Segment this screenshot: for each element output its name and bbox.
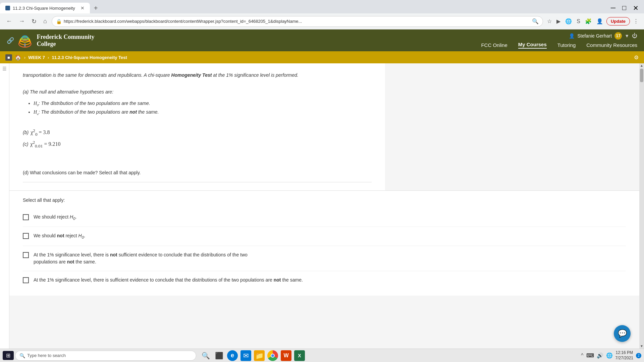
user-name: Stefanie Gerhart [577, 33, 612, 39]
extensions-icon[interactable]: 🧩 [584, 17, 593, 26]
forward-button[interactable]: → [17, 16, 27, 26]
taskbar-icons: 🔍 ⬛ e ✉ 📁 W X [200, 350, 305, 361]
new-tab-button[interactable]: + [90, 4, 102, 12]
checkbox-section: Select all that apply: We should reject … [9, 190, 639, 296]
part-b: (b) χ20 = 3.8 [23, 128, 372, 137]
checkbox-item-3: At the 1% significance level, there is n… [23, 246, 626, 271]
breadcrumb-house-icon[interactable]: 🏠 [15, 54, 21, 61]
nav-fcc-online[interactable]: FCC Online [481, 42, 507, 48]
menu-button[interactable]: ⋮ [632, 17, 640, 26]
taskbar-chevron-icon[interactable]: ^ [581, 353, 584, 359]
taskbar-excel[interactable]: X [294, 350, 305, 361]
hypothesis-list: H0: The distribution of the two populati… [23, 99, 372, 117]
url-text: https://frederick.blackboard.com/webapps… [64, 19, 530, 24]
taskbar-tray: ^ ⌨ 🔊 🌐 12:16 PM 7/27/2021 2 [581, 350, 641, 361]
checkbox-label-2: We should not reject H0. [34, 232, 626, 240]
user-info: 👤 Stefanie Gerhart 17 ▼ ⏻ [569, 32, 637, 40]
back-button[interactable]: ← [4, 16, 14, 26]
nav-my-courses[interactable]: My Courses [518, 42, 547, 49]
taskbar-search-app[interactable]: 🔍 [200, 350, 211, 361]
site-logo: Frederick Community College [17, 31, 102, 50]
scroll-bar[interactable]: ▲ ▼ [639, 63, 644, 349]
checkbox-1[interactable] [23, 214, 29, 220]
link-icon: 🔗 [7, 37, 11, 44]
taskbar: ⊞ 🔍 Type here to search 🔍 ⬛ e ✉ 📁 W X ^ … [0, 349, 644, 362]
sidebar-icon[interactable]: ☰ [2, 66, 7, 71]
fcc-logo-icon [17, 31, 33, 50]
part-c: (c) χ20.01 = 9.210 [23, 140, 372, 149]
profile-icon[interactable]: 👤 [595, 17, 604, 26]
refresh-button[interactable]: ↻ [30, 16, 39, 26]
breadcrumb-week[interactable]: WEEK 7 [28, 55, 45, 60]
scroll-thumb[interactable] [640, 69, 643, 82]
nav-tutoring[interactable]: Tutoring [557, 42, 576, 48]
checkbox-3[interactable] [23, 252, 29, 258]
address-bar[interactable]: 🔒 https://frederick.blackboard.com/webap… [52, 16, 543, 27]
checkbox-label-3: At the 1% significance level, there is n… [34, 251, 626, 265]
close-window-button[interactable]: ✕ [630, 4, 641, 12]
chat-button[interactable]: 💬 [614, 325, 631, 342]
checkbox-2[interactable] [23, 233, 29, 239]
notification-count[interactable]: 2 [636, 353, 641, 358]
taskbar-files[interactable]: 📁 [254, 350, 265, 361]
breadcrumb-sep2: › [48, 55, 49, 60]
breadcrumb-current-page: 11.2.3 Chi-Square Homogeneity Test [52, 55, 127, 60]
breadcrumb-action-icon[interactable]: ⚙ [634, 54, 639, 61]
home-icon[interactable]: ■ [5, 54, 12, 61]
power-icon[interactable]: ⏻ [632, 33, 637, 39]
taskbar-search-icon: 🔍 [19, 353, 25, 358]
part-c-formula: χ20.01 = 9.210 [30, 140, 60, 149]
media-button[interactable]: ▶ [555, 17, 562, 26]
hypothesis-ha: Ha: The distribution of the two populati… [34, 108, 372, 117]
site-nav: FCC Online My Courses Tutoring Community… [481, 42, 637, 49]
checkbox-item-4: At the 1% significance level, there is s… [23, 271, 626, 289]
nav-community-resources[interactable]: Community Resources [586, 42, 637, 48]
scroll-up-arrow[interactable]: ▲ [640, 64, 643, 67]
breadcrumb: ■ 🏠 › WEEK 7 › 11.2.3 Chi-Square Homogen… [0, 51, 644, 63]
college-name: Frederick Community College [37, 34, 101, 48]
user-dropdown-icon[interactable]: ▼ [625, 33, 629, 39]
checkbox-4[interactable] [23, 277, 29, 283]
checkbox-label-4: At the 1% significance level, there is s… [34, 277, 626, 284]
link-chain-icon[interactable]: 🔗 [7, 37, 14, 44]
taskbar-speaker-icon[interactable]: 🔊 [597, 352, 603, 359]
extension-icon1[interactable]: 🌐 [564, 17, 573, 26]
active-tab[interactable]: 11.2.3 Chi-Square Homogeneity ✕ [0, 3, 90, 13]
checkbox-label-1: We should reject H0. [34, 214, 626, 221]
part-b-formula: χ20 = 3.8 [31, 128, 50, 137]
update-button[interactable]: Update [606, 17, 630, 25]
taskbar-network-icon[interactable]: 🌐 [606, 352, 613, 359]
taskbar-chrome[interactable] [267, 350, 278, 361]
breadcrumb-sep1: › [24, 55, 25, 60]
part-c-label: (c) [23, 141, 28, 147]
start-button[interactable]: ⊞ [3, 351, 14, 360]
taskbar-datetime: 12:16 PM 7/27/2021 [615, 350, 633, 361]
taskbar-mail[interactable]: ✉ [240, 350, 251, 361]
taskbar-search-box[interactable]: 🔍 Type here to search [15, 351, 196, 361]
taskbar-time-text: 12:16 PM [615, 350, 633, 356]
main-layout: ☰ transportation is the same for democra… [0, 63, 644, 349]
user-icon: 👤 [569, 33, 575, 39]
maximize-button[interactable]: □ [620, 4, 629, 12]
taskbar-office[interactable]: W [281, 350, 291, 361]
part-a-label: (a) The null and alternative hypotheses … [23, 88, 372, 96]
part-d-text: (d) What conclusions can be made? Select… [23, 170, 141, 175]
taskbar-edge[interactable]: e [227, 350, 238, 361]
tab-title: 11.2.3 Chi-Square Homogeneity [13, 6, 75, 11]
left-panel: ☰ [0, 63, 9, 349]
tab-favicon [5, 6, 10, 10]
tab-close-button[interactable]: ✕ [80, 5, 85, 11]
notification-badge[interactable]: 17 [614, 32, 622, 40]
content-body: transportation is the same for democrats… [9, 63, 385, 190]
lock-icon: 🔒 [56, 19, 62, 24]
home-button[interactable]: ⌂ [41, 16, 49, 26]
taskbar-keyboard-icon[interactable]: ⌨ [586, 352, 594, 359]
scroll-down-arrow[interactable]: ▼ [640, 345, 643, 348]
minimize-button[interactable]: ─ [608, 4, 618, 12]
hypothesis-h0: H0: The distribution of the two populati… [34, 99, 372, 108]
taskbar-snippets[interactable]: ⬛ [214, 350, 224, 361]
bookmark-icon[interactable]: ☆ [546, 17, 553, 26]
select-all-text: Select all that apply: [23, 197, 65, 203]
checkbox-item-1: We should reject H0. [23, 208, 626, 227]
skype-icon[interactable]: S [575, 17, 582, 26]
